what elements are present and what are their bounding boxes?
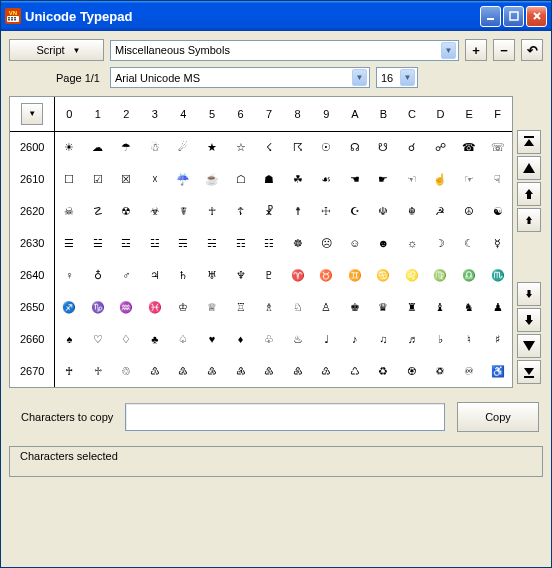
char-cell[interactable]: ☋ bbox=[369, 131, 398, 163]
char-cell[interactable]: ♋ bbox=[369, 259, 398, 291]
char-cell[interactable]: ♢ bbox=[112, 323, 141, 355]
char-cell[interactable]: ♝ bbox=[426, 291, 455, 323]
char-cell[interactable]: ♃ bbox=[141, 259, 170, 291]
scroll-bottom-button[interactable] bbox=[517, 360, 541, 384]
titlebar[interactable]: VN Unicode Typepad bbox=[1, 1, 551, 31]
char-cell[interactable]: ☒ bbox=[112, 163, 141, 195]
char-cell[interactable]: ☬ bbox=[398, 195, 427, 227]
font-size-combo[interactable]: 16 ▼ bbox=[376, 67, 418, 88]
char-cell[interactable]: ☵ bbox=[198, 227, 227, 259]
char-cell[interactable]: ♡ bbox=[83, 323, 112, 355]
chevron-down-icon[interactable]: ▼ bbox=[400, 69, 415, 86]
char-cell[interactable]: ☧ bbox=[255, 195, 284, 227]
char-cell[interactable]: ☳ bbox=[141, 227, 170, 259]
up-button[interactable] bbox=[517, 182, 541, 206]
char-cell[interactable]: ☪ bbox=[341, 195, 370, 227]
char-cell[interactable]: ☙ bbox=[312, 163, 341, 195]
char-cell[interactable]: ☏ bbox=[483, 131, 512, 163]
char-cell[interactable]: ♏ bbox=[483, 259, 512, 291]
char-cell[interactable]: ♿ bbox=[483, 355, 512, 387]
char-cell[interactable]: ☶ bbox=[226, 227, 255, 259]
char-cell[interactable]: ♘ bbox=[283, 291, 312, 323]
page-up-button[interactable] bbox=[517, 156, 541, 180]
char-cell[interactable]: ♗ bbox=[255, 291, 284, 323]
char-cell[interactable]: ♙ bbox=[312, 291, 341, 323]
char-cell[interactable]: ♪ bbox=[341, 323, 370, 355]
copy-input[interactable] bbox=[125, 403, 445, 431]
char-cell[interactable]: ☴ bbox=[169, 227, 198, 259]
char-cell[interactable]: ☭ bbox=[426, 195, 455, 227]
chevron-down-icon[interactable]: ▼ bbox=[352, 69, 367, 86]
char-cell[interactable]: ☡ bbox=[83, 195, 112, 227]
char-cell[interactable]: ♊ bbox=[341, 259, 370, 291]
char-cell[interactable]: ☩ bbox=[312, 195, 341, 227]
char-cell[interactable]: ☦ bbox=[226, 195, 255, 227]
char-cell[interactable]: ☎ bbox=[455, 131, 484, 163]
char-cell[interactable]: ☛ bbox=[369, 163, 398, 195]
char-cell[interactable]: ☺ bbox=[341, 227, 370, 259]
char-cell[interactable]: ♴ bbox=[169, 355, 198, 387]
char-cell[interactable]: ☨ bbox=[283, 195, 312, 227]
undo-button[interactable]: ↶ bbox=[521, 39, 543, 61]
char-cell[interactable]: ♈ bbox=[283, 259, 312, 291]
char-cell[interactable]: ♉ bbox=[312, 259, 341, 291]
char-cell[interactable]: ♁ bbox=[83, 259, 112, 291]
char-cell[interactable]: ☃ bbox=[141, 131, 170, 163]
char-cell[interactable]: ☯ bbox=[483, 195, 512, 227]
char-cell[interactable]: ♅ bbox=[198, 259, 227, 291]
char-cell[interactable]: ☫ bbox=[369, 195, 398, 227]
char-cell[interactable]: ☀ bbox=[55, 131, 84, 163]
char-cell[interactable]: ♳ bbox=[141, 355, 170, 387]
minimize-button[interactable] bbox=[480, 6, 501, 27]
char-cell[interactable]: ☢ bbox=[112, 195, 141, 227]
char-cell[interactable]: ♲ bbox=[112, 355, 141, 387]
char-cell[interactable]: ♯ bbox=[483, 323, 512, 355]
char-cell[interactable]: ☚ bbox=[341, 163, 370, 195]
char-cell[interactable]: ☱ bbox=[83, 227, 112, 259]
char-cell[interactable]: ♂ bbox=[112, 259, 141, 291]
char-cell[interactable]: ♨ bbox=[283, 323, 312, 355]
char-cell[interactable]: ★ bbox=[198, 131, 227, 163]
char-cell[interactable]: ♷ bbox=[255, 355, 284, 387]
char-cell[interactable]: ☈ bbox=[283, 131, 312, 163]
char-cell[interactable]: ♛ bbox=[369, 291, 398, 323]
char-cell[interactable]: ☉ bbox=[312, 131, 341, 163]
script-dropdown[interactable]: Script ▼ bbox=[9, 39, 104, 61]
char-cell[interactable]: ☕ bbox=[198, 163, 227, 195]
char-cell[interactable]: ♹ bbox=[312, 355, 341, 387]
char-cell[interactable]: ♰ bbox=[55, 355, 84, 387]
char-cell[interactable]: ☞ bbox=[455, 163, 484, 195]
char-cell[interactable]: ☲ bbox=[112, 227, 141, 259]
remove-button[interactable]: − bbox=[493, 39, 515, 61]
char-cell[interactable]: ♔ bbox=[169, 291, 198, 323]
char-cell[interactable]: ♥ bbox=[198, 323, 227, 355]
char-cell[interactable]: ♚ bbox=[341, 291, 370, 323]
up-small-button[interactable] bbox=[517, 208, 541, 232]
char-cell[interactable]: ☿ bbox=[483, 227, 512, 259]
category-combo[interactable]: Miscellaneous Symbols ▼ bbox=[110, 40, 459, 61]
char-cell[interactable]: ☁ bbox=[83, 131, 112, 163]
copy-button[interactable]: Copy bbox=[457, 402, 539, 432]
add-button[interactable]: + bbox=[465, 39, 487, 61]
char-cell[interactable]: ☤ bbox=[169, 195, 198, 227]
char-cell[interactable]: ♵ bbox=[198, 355, 227, 387]
down-small-button[interactable] bbox=[517, 282, 541, 306]
char-cell[interactable]: ☇ bbox=[255, 131, 284, 163]
close-button[interactable] bbox=[526, 6, 547, 27]
char-cell[interactable]: ♬ bbox=[398, 323, 427, 355]
char-cell[interactable]: ♓ bbox=[141, 291, 170, 323]
char-cell[interactable]: ☓ bbox=[141, 163, 170, 195]
maximize-button[interactable] bbox=[503, 6, 524, 27]
char-cell[interactable]: ♄ bbox=[169, 259, 198, 291]
char-cell[interactable]: ♮ bbox=[455, 323, 484, 355]
char-cell[interactable]: ♫ bbox=[369, 323, 398, 355]
char-cell[interactable]: ☽ bbox=[426, 227, 455, 259]
char-cell[interactable]: ♶ bbox=[226, 355, 255, 387]
char-cell[interactable]: ♌ bbox=[398, 259, 427, 291]
char-cell[interactable]: ♩ bbox=[312, 323, 341, 355]
char-cell[interactable]: ♀ bbox=[55, 259, 84, 291]
char-cell[interactable]: ♒ bbox=[112, 291, 141, 323]
font-combo[interactable]: Arial Unicode MS ▼ bbox=[110, 67, 370, 88]
char-cell[interactable]: ♍ bbox=[426, 259, 455, 291]
char-cell[interactable]: ♣ bbox=[141, 323, 170, 355]
